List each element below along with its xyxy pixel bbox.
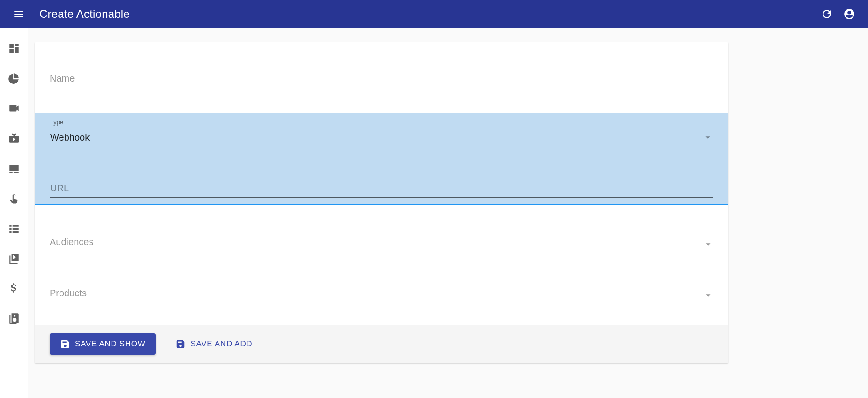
save-and-add-label: SAVE AND ADD — [190, 339, 252, 349]
create-actionable-card: Name Type Webhook — [35, 42, 728, 363]
save-and-add-button[interactable]: SAVE AND ADD — [165, 333, 262, 355]
account-circle-icon — [843, 8, 855, 20]
name-input[interactable] — [50, 72, 713, 88]
products-value — [50, 295, 703, 297]
nav-billing[interactable] — [5, 281, 23, 295]
refresh-button[interactable] — [816, 3, 838, 25]
dropdown-icon — [703, 239, 713, 251]
video-icon — [8, 102, 20, 114]
type-field[interactable]: Type Webhook — [50, 121, 713, 148]
save-and-show-label: SAVE AND SHOW — [75, 339, 145, 349]
pie-chart-icon — [8, 72, 20, 84]
hamburger-icon — [13, 8, 25, 20]
products-field[interactable]: Products — [50, 279, 713, 306]
save-icon — [175, 339, 186, 349]
nav-dashboard[interactable] — [5, 41, 23, 55]
nav-library[interactable] — [5, 251, 23, 265]
refresh-icon — [821, 8, 833, 20]
dollar-icon — [8, 282, 20, 294]
card-actions: SAVE AND SHOW SAVE AND ADD — [35, 325, 728, 363]
name-field[interactable]: Name — [50, 65, 713, 88]
nav-rail — [0, 28, 28, 398]
nav-lists[interactable] — [5, 221, 23, 235]
save-and-show-button[interactable]: SAVE AND SHOW — [50, 333, 156, 355]
live-tv-icon — [8, 132, 20, 144]
nav-interactions[interactable] — [5, 191, 23, 205]
type-value: Webhook — [50, 132, 703, 145]
nav-live[interactable] — [5, 131, 23, 145]
menu-button[interactable] — [7, 3, 30, 25]
audiences-field[interactable]: Audiences — [50, 228, 713, 255]
nav-captions[interactable] — [5, 161, 23, 175]
appbar: Create Actionable — [0, 0, 868, 28]
dashboard-icon — [8, 42, 20, 54]
list-icon — [8, 222, 20, 234]
type-label: Type — [50, 119, 63, 126]
url-input[interactable] — [50, 182, 713, 197]
url-field[interactable]: URL — [50, 174, 713, 198]
account-button[interactable] — [838, 3, 861, 25]
subtitles-icon — [8, 162, 20, 174]
nav-videos[interactable] — [5, 101, 23, 115]
speaker-icon — [8, 312, 20, 324]
type-config-panel: Type Webhook URL — [35, 113, 728, 205]
nav-devices[interactable] — [5, 311, 23, 325]
save-icon — [60, 339, 70, 349]
audiences-value — [50, 244, 703, 246]
video-library-icon — [8, 252, 20, 264]
page-title: Create Actionable — [39, 8, 130, 21]
nav-analytics[interactable] — [5, 71, 23, 85]
dropdown-icon — [703, 290, 713, 302]
touch-icon — [8, 192, 20, 204]
main-content: Name Type Webhook — [28, 28, 868, 398]
dropdown-icon — [703, 132, 713, 144]
